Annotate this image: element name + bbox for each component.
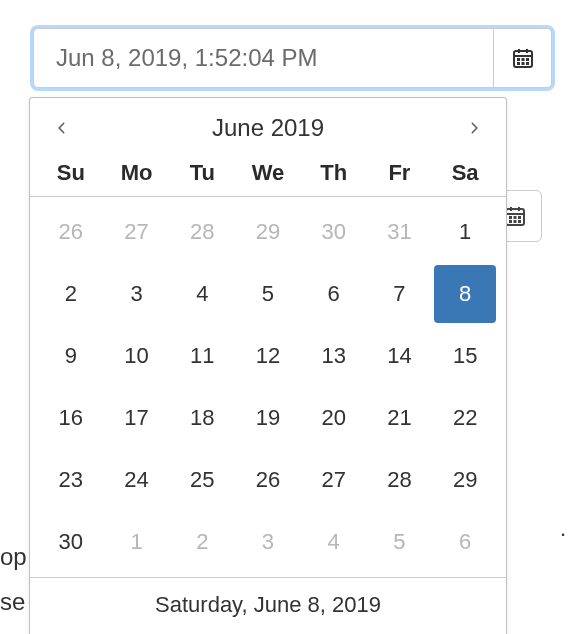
svg-rect-16 [526, 58, 529, 61]
svg-rect-5 [514, 216, 517, 219]
day-cell[interactable]: 3 [106, 265, 168, 323]
day-cell[interactable]: 30 [40, 513, 102, 571]
days-grid: 2627282930311234567891011121314151617181… [30, 196, 506, 578]
calendar-popup: June 2019 SuMoTuWeThFrSa 262728293031123… [29, 97, 507, 634]
weekday-label: We [235, 160, 301, 186]
svg-rect-8 [514, 220, 517, 223]
day-cell[interactable]: 7 [369, 265, 431, 323]
day-cell[interactable]: 5 [237, 265, 299, 323]
day-cell[interactable]: 2 [171, 513, 233, 571]
day-cell[interactable]: 3 [237, 513, 299, 571]
day-cell[interactable]: 23 [40, 451, 102, 509]
calendar-nav: June 2019 [30, 98, 506, 154]
day-cell[interactable]: 15 [434, 327, 496, 385]
day-cell[interactable]: 20 [303, 389, 365, 447]
day-cell[interactable]: 6 [434, 513, 496, 571]
day-cell[interactable]: 27 [303, 451, 365, 509]
day-cell[interactable]: 21 [369, 389, 431, 447]
svg-rect-19 [526, 62, 529, 65]
background-text: . [560, 516, 566, 542]
day-cell[interactable]: 11 [171, 327, 233, 385]
date-input-group [33, 28, 552, 88]
day-cell[interactable]: 28 [369, 451, 431, 509]
day-cell[interactable]: 1 [434, 203, 496, 261]
weekday-label: Su [38, 160, 104, 186]
day-cell[interactable]: 6 [303, 265, 365, 323]
weekday-label: Mo [104, 160, 170, 186]
day-cell[interactable]: 12 [237, 327, 299, 385]
calendar-toggle-button[interactable] [493, 29, 551, 87]
day-cell[interactable]: 19 [237, 389, 299, 447]
day-cell[interactable]: 30 [303, 203, 365, 261]
day-cell[interactable]: 25 [171, 451, 233, 509]
day-cell[interactable]: 4 [171, 265, 233, 323]
background-text: op [0, 543, 27, 571]
day-cell[interactable]: 29 [237, 203, 299, 261]
svg-rect-15 [521, 58, 524, 61]
svg-rect-6 [518, 216, 521, 219]
day-cell[interactable]: 26 [40, 203, 102, 261]
day-cell[interactable]: 29 [434, 451, 496, 509]
day-cell[interactable]: 8 [434, 265, 496, 323]
chevron-left-icon [55, 121, 69, 135]
day-cell[interactable]: 2 [40, 265, 102, 323]
weekday-label: Tu [169, 160, 235, 186]
svg-rect-14 [517, 58, 520, 61]
svg-rect-18 [521, 62, 524, 65]
svg-rect-7 [509, 220, 512, 223]
day-cell[interactable]: 28 [171, 203, 233, 261]
chevron-right-icon [467, 121, 481, 135]
day-cell[interactable]: 18 [171, 389, 233, 447]
prev-month-button[interactable] [42, 108, 82, 148]
date-input[interactable] [34, 29, 493, 87]
next-month-button[interactable] [454, 108, 494, 148]
day-cell[interactable]: 10 [106, 327, 168, 385]
month-year-label[interactable]: June 2019 [212, 114, 324, 142]
calendar-icon [511, 46, 535, 70]
svg-rect-4 [509, 216, 512, 219]
day-cell[interactable]: 14 [369, 327, 431, 385]
day-cell[interactable]: 9 [40, 327, 102, 385]
weekday-header: SuMoTuWeThFrSa [30, 154, 506, 196]
day-cell[interactable]: 24 [106, 451, 168, 509]
day-cell[interactable]: 27 [106, 203, 168, 261]
calendar-footer: Saturday, June 8, 2019 [30, 578, 506, 634]
day-cell[interactable]: 16 [40, 389, 102, 447]
svg-rect-9 [518, 220, 521, 223]
day-cell[interactable]: 22 [434, 389, 496, 447]
weekday-label: Th [301, 160, 367, 186]
day-cell[interactable]: 26 [237, 451, 299, 509]
day-cell[interactable]: 1 [106, 513, 168, 571]
weekday-label: Sa [432, 160, 498, 186]
day-cell[interactable]: 13 [303, 327, 365, 385]
weekday-label: Fr [367, 160, 433, 186]
day-cell[interactable]: 17 [106, 389, 168, 447]
day-cell[interactable]: 31 [369, 203, 431, 261]
svg-rect-17 [517, 62, 520, 65]
day-cell[interactable]: 5 [369, 513, 431, 571]
day-cell[interactable]: 4 [303, 513, 365, 571]
